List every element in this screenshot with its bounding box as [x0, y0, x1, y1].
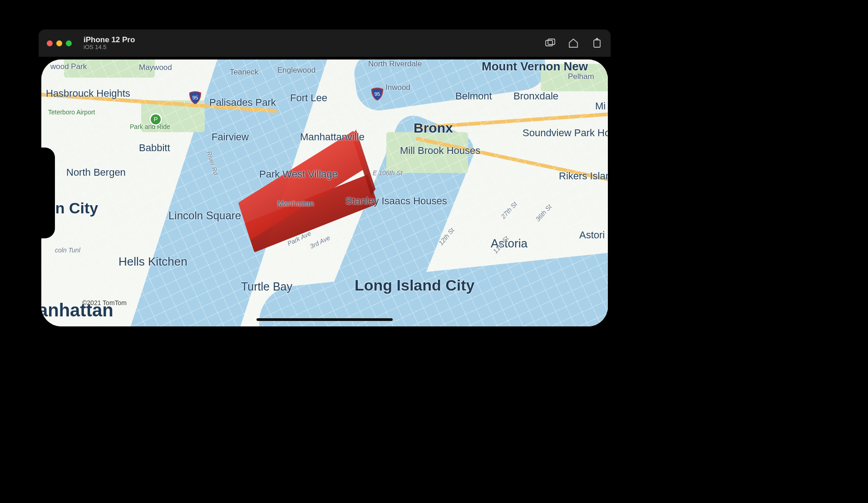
- road-label: coln Tunl: [55, 247, 80, 254]
- map-label: Long Island City: [355, 276, 474, 294]
- titlebar: iPhone 12 Pro iOS 14.5: [39, 30, 611, 57]
- home-indicator[interactable]: [256, 318, 393, 321]
- screenshot-icon[interactable]: [544, 38, 555, 49]
- map-label: Belmont: [455, 90, 492, 102]
- map-label: Fort Lee: [290, 92, 327, 104]
- map-label: North Bergen: [66, 167, 126, 178]
- park-and-ride-icon: P: [149, 113, 162, 126]
- device-notch: [41, 148, 55, 238]
- map-label: Lincoln Square: [168, 209, 241, 222]
- map-label: Manhattan: [277, 199, 314, 208]
- os-version-label: iOS 14.5: [84, 44, 135, 51]
- map-label: Palisades Park: [209, 97, 276, 108]
- map-label: Maywood: [139, 63, 172, 72]
- map-label: Pelham: [568, 72, 594, 81]
- toolbar-right: [544, 38, 602, 49]
- map-label: Teterboro Airport: [48, 108, 95, 116]
- map-label: wood Park: [50, 62, 87, 71]
- svg-rect-1: [548, 39, 555, 44]
- map-label: Englewood: [277, 66, 316, 75]
- rotate-icon[interactable]: [592, 38, 602, 49]
- map-label: Fairview: [212, 131, 249, 143]
- map-label: Babbitt: [139, 142, 170, 154]
- window-controls: [47, 40, 72, 46]
- map-label: Hasbrouck Heights: [46, 88, 130, 99]
- map-label: Inwood: [385, 83, 410, 92]
- map-label: Soundview Park Homes: [523, 128, 608, 138]
- zoom-window-button[interactable]: [66, 40, 72, 46]
- simulator-window: iPhone 12 Pro iOS 14.5: [39, 30, 611, 329]
- map-label: Mill Brook Houses: [400, 145, 480, 157]
- close-window-button[interactable]: [47, 40, 53, 46]
- map-attribution: ©2021 TomTom: [82, 299, 127, 306]
- map-label: Manhattanville: [300, 131, 365, 143]
- map-label: Park and Ride: [130, 123, 170, 130]
- map-label: Hells Kitchen: [118, 255, 187, 269]
- svg-text:95: 95: [375, 91, 380, 97]
- map-label: Bronx: [414, 120, 453, 136]
- svg-rect-2: [594, 40, 600, 47]
- title-block: iPhone 12 Pro iOS 14.5: [84, 35, 135, 51]
- map-label: Mi: [595, 100, 606, 112]
- svg-text:95: 95: [192, 95, 198, 100]
- map-label: Park West Village: [259, 168, 338, 180]
- map-label: Turtle Bay: [241, 280, 292, 293]
- interstate-shield-icon: 95: [371, 88, 384, 100]
- map-label: Teaneck: [230, 68, 258, 77]
- interstate-shield-icon: 95: [189, 91, 202, 104]
- map-label: Mount Vernon New: [482, 59, 588, 74]
- map-label: Stanley Isaacs Houses: [345, 196, 447, 207]
- map-label: Astori: [579, 229, 605, 241]
- device-area: 95 95 P wood Park Maywood Teaneck Englew…: [39, 57, 611, 329]
- device-name-label: iPhone 12 Pro: [84, 35, 135, 44]
- map-label: Rikers Islan: [559, 170, 608, 182]
- map-label: North Riverdale: [368, 59, 422, 69]
- minimize-window-button[interactable]: [56, 40, 62, 46]
- home-icon[interactable]: [568, 38, 579, 49]
- svg-rect-0: [546, 40, 552, 46]
- map-view[interactable]: 95 95 P wood Park Maywood Teaneck Englew…: [41, 59, 608, 326]
- map-label: Bronxdale: [513, 90, 558, 102]
- phone-screen: 95 95 P wood Park Maywood Teaneck Englew…: [41, 59, 608, 326]
- road-label: E 106th St: [373, 169, 402, 177]
